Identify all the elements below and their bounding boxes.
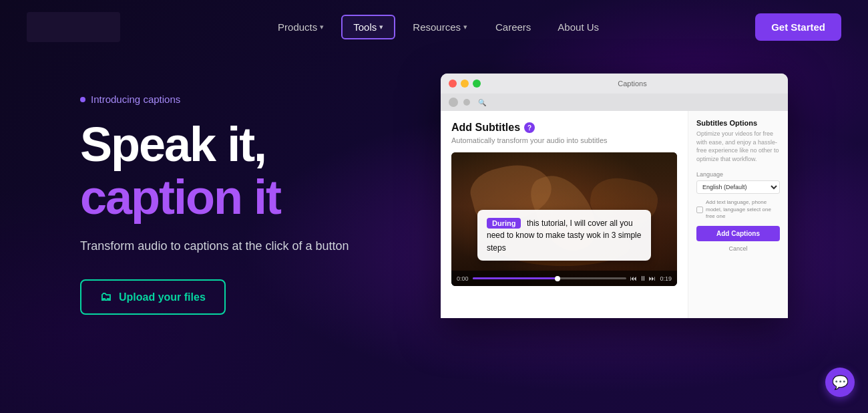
- add-subtitles-subtitle: Automatically transform your audio into …: [451, 136, 677, 144]
- caption-overlay: During this tutorial, I will cover all y…: [477, 210, 651, 261]
- header: Products ▾ Tools ▾ Resources ▾ Careers A…: [0, 0, 868, 53]
- app-titlebar: Captions: [441, 74, 788, 94]
- app-mockup: Captions 🔍 Add Subtitles ? Automatically…: [441, 74, 788, 318]
- nav-careers[interactable]: Careers: [485, 16, 541, 38]
- products-chevron-icon: ▾: [320, 23, 324, 31]
- app-toolbar: 🔍: [441, 94, 788, 111]
- nav-about[interactable]: About Us: [547, 16, 610, 38]
- language-field: Language English (Default): [696, 171, 780, 194]
- titlebar-maximize-dot: [473, 80, 481, 88]
- checkbox-include-language[interactable]: [696, 206, 703, 213]
- hero-left: Introducing captions Speak it, caption i…: [80, 80, 414, 315]
- language-select[interactable]: English (Default): [696, 180, 780, 194]
- hero-title: Speak it, caption it: [80, 118, 414, 224]
- subtitle-options-desc: Optimize your videos for free with ease,…: [696, 130, 780, 163]
- nav-products-label: Products: [278, 21, 317, 33]
- hero-title-line1: Speak it,: [80, 118, 414, 171]
- hero-title-line2: caption it: [80, 171, 414, 224]
- app-main-panel: Add Subtitles ? Automatically transform …: [441, 111, 688, 318]
- play-pause-icon[interactable]: ⏸: [640, 275, 646, 282]
- badge-text: Introducing captions: [91, 94, 180, 105]
- upload-button[interactable]: 🗂 Upload your files: [80, 279, 226, 315]
- hero-right: Captions 🔍 Add Subtitles ? Automatically…: [441, 74, 841, 318]
- chat-icon: 💬: [832, 374, 849, 390]
- timeline-progress-fill: [473, 277, 558, 279]
- fast-forward-icon[interactable]: ⏭: [649, 275, 656, 282]
- timeline-controls: ⏮ ⏸ ⏭: [630, 275, 656, 282]
- app-name: Captions: [618, 80, 646, 88]
- checkbox-row: Add text language, phone model, language…: [696, 199, 780, 220]
- video-timeline: 0:00 ⏮ ⏸ ⏭ 0:19: [451, 271, 677, 286]
- checkbox-label: Add text language, phone model, language…: [706, 199, 780, 220]
- app-body: Add Subtitles ? Automatically transform …: [441, 111, 788, 318]
- titlebar-minimize-dot: [461, 80, 469, 88]
- timeline-start: 0:00: [457, 275, 469, 282]
- badge-dot-icon: [80, 97, 85, 102]
- video-area: During this tutorial, I will cover all y…: [451, 152, 677, 286]
- nav-tools-label: Tools: [353, 21, 377, 33]
- resources-chevron-icon: ▾: [463, 23, 467, 31]
- folder-icon: 🗂: [100, 290, 112, 304]
- logo: [27, 12, 120, 42]
- timeline-thumb: [555, 276, 560, 281]
- hero-subtitle: Transform audio to captions at the click…: [80, 237, 414, 255]
- main-nav: Products ▾ Tools ▾ Resources ▾ Careers A…: [266, 15, 610, 39]
- tools-chevron-icon: ▾: [379, 23, 383, 31]
- get-started-button[interactable]: Get Started: [755, 13, 841, 41]
- timeline-end: 0:19: [660, 275, 672, 282]
- introducing-badge: Introducing captions: [80, 94, 414, 105]
- nav-resources-label: Resources: [413, 21, 461, 33]
- language-label: Language: [696, 171, 780, 178]
- titlebar-close-dot: [449, 80, 457, 88]
- nav-resources[interactable]: Resources ▾: [401, 15, 479, 39]
- rewind-icon[interactable]: ⏮: [630, 275, 637, 282]
- toolbar-icon-1: [449, 98, 458, 107]
- toolbar-icon-2: [463, 99, 470, 106]
- caption-during-label: During: [487, 218, 521, 229]
- chat-bubble-button[interactable]: 💬: [825, 368, 855, 397]
- main-content: Introducing captions Speak it, caption i…: [0, 53, 868, 318]
- upload-button-label: Upload your files: [119, 291, 206, 303]
- add-captions-button[interactable]: Add Captions: [696, 226, 780, 241]
- nav-careers-label: Careers: [495, 21, 531, 33]
- subtitle-options-panel: Subtitles Options Optimize your videos f…: [688, 111, 788, 318]
- add-subtitles-title: Add Subtitles ?: [451, 122, 677, 134]
- cancel-button[interactable]: Cancel: [696, 245, 780, 252]
- toolbar-search[interactable]: 🔍: [475, 99, 489, 106]
- nav-tools[interactable]: Tools ▾: [341, 15, 395, 39]
- info-icon: ?: [524, 122, 535, 133]
- subtitle-options-title: Subtitles Options: [696, 119, 780, 127]
- timeline-progress-bar[interactable]: [473, 277, 627, 279]
- nav-products[interactable]: Products ▾: [266, 15, 336, 39]
- nav-about-label: About Us: [558, 21, 599, 33]
